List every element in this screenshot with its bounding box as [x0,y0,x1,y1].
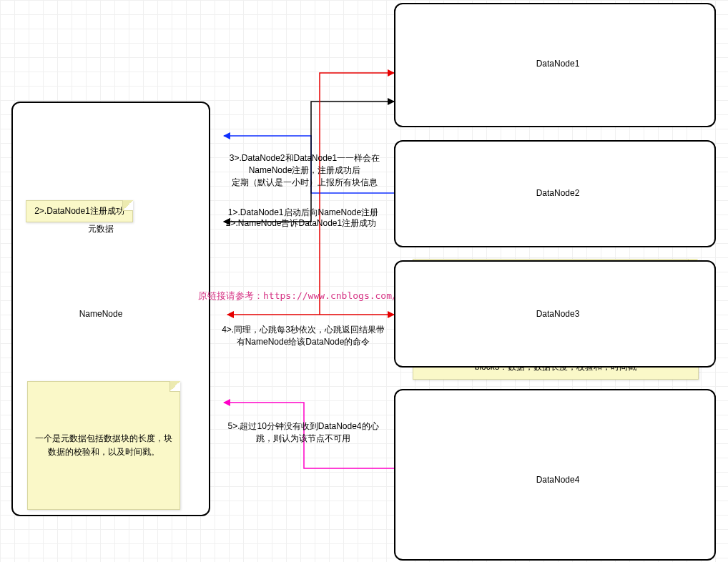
edge4-label: 4>.同理，心跳每3秒依次，心跳返回结果带有NameNode给该DataNode… [220,324,386,348]
note-register-text: 2>.DataNode1注册成功 [34,206,124,216]
metadata-label: 元数据 [72,223,130,235]
dn3-label: DataNode3 [501,309,615,319]
dn4-label: DataNode4 [501,475,615,485]
edge2-label: 2>.NameNode告诉DataNode1注册成功 [216,217,386,230]
note-register-success: 2>.DataNode1注册成功 [26,200,133,222]
edge5-label: 5>.超过10分钟没有收到DataNode4的心跳，则认为该节点不可用 [225,420,382,445]
namenode-label: NameNode [72,309,130,319]
dn2-label: DataNode2 [501,188,615,198]
dn1-label: DataNode1 [501,59,615,69]
note-metadata-desc: 一个是元数据包括数据块的长度，块数据的校验和，以及时间戳。 [27,381,180,510]
note-metadata-text: 一个是元数据包括数据块的长度，块数据的校验和，以及时间戳。 [35,432,172,459]
edge3-label: 3>.DataNode2和DataNode1一一样会在NameNode注册，注册… [222,152,388,189]
